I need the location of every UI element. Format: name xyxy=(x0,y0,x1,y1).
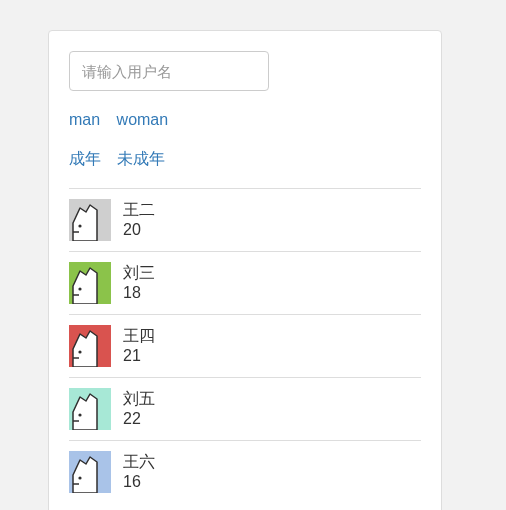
filter-woman[interactable]: woman xyxy=(117,111,169,128)
user-info: 王二 20 xyxy=(123,200,155,240)
list-item: 刘五 22 xyxy=(69,377,421,440)
avatar xyxy=(69,199,111,241)
svg-point-6 xyxy=(78,287,81,290)
avatar xyxy=(69,451,111,493)
user-info: 刘五 22 xyxy=(123,389,155,429)
user-list: 王二 20 刘三 18 王四 xyxy=(69,188,421,503)
filter-man[interactable]: man xyxy=(69,111,100,128)
svg-point-18 xyxy=(78,476,81,479)
user-name: 王六 xyxy=(123,452,155,472)
user-age: 20 xyxy=(123,220,155,240)
user-name: 王二 xyxy=(123,200,155,220)
age-filter-row: 成年 未成年 xyxy=(69,149,421,170)
filter-adult[interactable]: 成年 xyxy=(69,150,101,167)
list-item: 王二 20 xyxy=(69,188,421,251)
list-item: 刘三 18 xyxy=(69,251,421,314)
filter-minor[interactable]: 未成年 xyxy=(117,150,165,167)
user-info: 刘三 18 xyxy=(123,263,155,303)
user-age: 22 xyxy=(123,409,155,429)
user-name: 王四 xyxy=(123,326,155,346)
svg-point-2 xyxy=(78,224,81,227)
avatar xyxy=(69,325,111,367)
user-info: 王六 16 xyxy=(123,452,155,492)
search-input[interactable] xyxy=(69,51,269,91)
user-age: 18 xyxy=(123,283,155,303)
user-name: 刘五 xyxy=(123,389,155,409)
user-age: 21 xyxy=(123,346,155,366)
svg-point-14 xyxy=(78,413,81,416)
list-item: 王六 16 xyxy=(69,440,421,503)
avatar xyxy=(69,262,111,304)
svg-point-10 xyxy=(78,350,81,353)
user-name: 刘三 xyxy=(123,263,155,283)
user-age: 16 xyxy=(123,472,155,492)
user-panel: man woman 成年 未成年 王二 20 xyxy=(48,30,442,510)
list-item: 王四 21 xyxy=(69,314,421,377)
user-info: 王四 21 xyxy=(123,326,155,366)
gender-filter-row: man woman xyxy=(69,111,421,129)
avatar xyxy=(69,388,111,430)
